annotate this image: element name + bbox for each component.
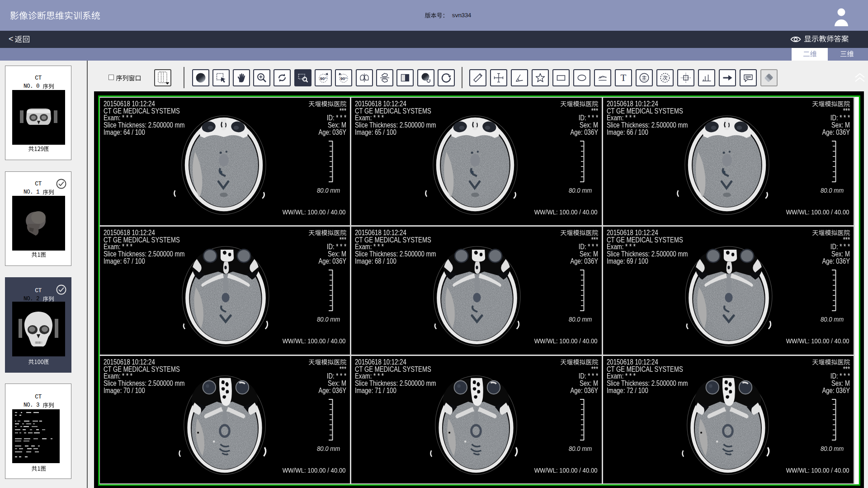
svg-text:90°: 90° xyxy=(320,76,327,81)
svg-text:T: T xyxy=(621,72,627,83)
svg-text:90°: 90° xyxy=(340,76,347,81)
